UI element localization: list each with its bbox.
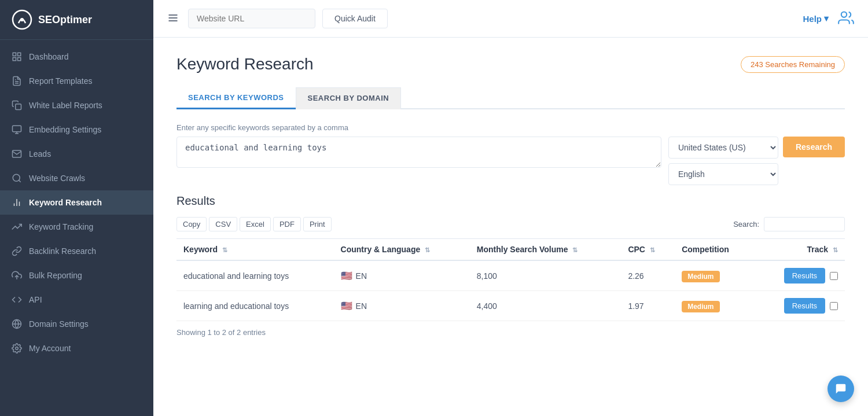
app-name: SEOptimer [38,14,92,26]
users-button[interactable] [836,8,856,30]
page-content: Keyword Research 243 Searches Remaining … [153,38,868,416]
svg-point-20 [16,347,19,350]
sidebar-item-website-crawls[interactable]: Website Crawls [0,166,153,190]
chat-bubble-button[interactable] [827,375,854,402]
sidebar-item-label: Report Templates [29,76,92,86]
top-controls: United States (US) United Kingdom (GB) C… [668,137,845,159]
chat-icon [834,382,847,395]
col-cpc: CPC ⇅ [621,239,675,261]
tab-search-by-domain[interactable]: SEARCH BY DOMAIN [296,87,402,109]
sidebar-item-keyword-tracking[interactable]: Keyword Tracking [0,215,153,239]
results-button-1[interactable]: Results [784,268,825,284]
cell-track-2: Results [755,291,845,321]
sidebar: SEOptimer Dashboard Report Templates Whi… [0,0,153,416]
research-button[interactable]: Research [783,137,845,157]
sort-icon-track: ⇅ [833,246,838,253]
sidebar-item-white-label[interactable]: White Label Reports [0,93,153,117]
sidebar-item-dashboard[interactable]: Dashboard [0,45,153,69]
sort-icon-cpc: ⇅ [650,246,655,253]
sidebar-item-leads[interactable]: Leads [0,142,153,166]
sidebar-item-label: My Account [29,344,71,353]
track-checkbox-1[interactable] [830,272,838,280]
table-search-label: Search: [733,220,759,229]
svg-point-12 [13,174,20,181]
sidebar-item-my-account[interactable]: My Account [0,336,153,360]
sidebar-item-domain-settings[interactable]: Domain Settings [0,312,153,336]
cell-competition-1: Medium [675,260,755,291]
language-select[interactable]: English Spanish French German [668,163,778,185]
bar-chart-icon [12,197,22,208]
excel-button[interactable]: Excel [240,217,271,231]
cell-competition-2: Medium [675,291,755,321]
cell-country-2: 🇺🇸 EN [334,291,470,321]
sidebar-item-bulk-reporting[interactable]: Bulk Reporting [0,263,153,288]
page-header: Keyword Research 243 Searches Remaining [176,55,845,73]
country-select[interactable]: United States (US) United Kingdom (GB) C… [668,137,778,159]
app-logo: SEOptimer [0,0,153,40]
track-checkbox-2[interactable] [830,302,838,310]
copy-button[interactable]: Copy [176,217,207,231]
link-icon [12,246,22,256]
sidebar-item-keyword-research[interactable]: Keyword Research [0,190,153,215]
tab-bar: SEARCH BY KEYWORDS SEARCH BY DOMAIN [176,87,845,109]
results-button-2[interactable]: Results [784,298,825,314]
sidebar-item-label: Domain Settings [29,319,89,329]
sidebar-nav: Dashboard Report Templates White Label R… [0,40,153,416]
competition-badge-2: Medium [682,301,719,312]
print-button[interactable]: Print [303,217,332,231]
showing-text: Showing 1 to 2 of 2 entries [176,328,845,337]
form-hint: Enter any specific keywords separated by… [176,123,845,132]
sidebar-item-label: Backlink Research [29,246,96,256]
cell-keyword-2: learning and educational toys [176,291,334,321]
cell-volume-1: 8,100 [470,260,621,291]
cell-track-1: Results [755,260,845,291]
sidebar-item-label: Embedding Settings [29,125,101,134]
url-input[interactable] [188,9,315,28]
trending-up-icon [12,222,22,232]
grid-icon [12,51,22,62]
sidebar-item-backlink-research[interactable]: Backlink Research [0,239,153,263]
tab-search-by-keywords[interactable]: SEARCH BY KEYWORDS [176,87,296,109]
sidebar-item-label: Bulk Reporting [29,271,82,280]
cell-cpc-1: 2.26 [621,260,675,291]
pdf-button[interactable]: PDF [273,217,301,231]
csv-button[interactable]: CSV [209,217,237,231]
table-search-row: Search: [733,217,845,231]
sort-icon-monthly: ⇅ [572,246,578,253]
header: Quick Audit Help ▾ [153,0,868,38]
table-search-input[interactable] [764,217,845,231]
col-country-language: Country & Language ⇅ [334,239,470,261]
sidebar-item-label: Leads [29,149,51,159]
sidebar-item-label: Dashboard [29,52,69,61]
results-title: Results [176,194,845,208]
svg-point-1 [20,18,24,21]
svg-rect-9 [13,126,21,132]
flag-icon-2: 🇺🇸 [341,300,352,311]
hamburger-button[interactable] [165,10,181,28]
col-competition: Competition [675,239,755,261]
sidebar-item-api[interactable]: API [0,288,153,312]
page-title: Keyword Research [176,55,314,73]
main-content: Quick Audit Help ▾ Keyword Research 243 … [153,0,868,416]
flag-icon-1: 🇺🇸 [341,270,352,281]
col-monthly-search: Monthly Search Volume ⇅ [470,239,621,261]
sidebar-item-report-templates[interactable]: Report Templates [0,69,153,93]
sort-icon-country: ⇅ [425,246,430,253]
sidebar-item-label: White Label Reports [29,101,102,110]
sidebar-item-embedding[interactable]: Embedding Settings [0,117,153,142]
table-actions: Copy CSV Excel PDF Print Search: [176,217,845,231]
quick-audit-button[interactable]: Quick Audit [322,9,388,28]
keyword-input[interactable]: educational and learning toys [176,137,661,168]
table-row: learning and educational toys 🇺🇸 EN 4,40… [176,291,845,321]
help-button[interactable]: Help ▾ [803,13,829,24]
users-icon [838,10,854,26]
svg-rect-5 [18,58,21,61]
svg-rect-3 [18,53,21,56]
sidebar-item-label: Keyword Research [29,198,102,207]
cell-country-1: 🇺🇸 EN [334,260,470,291]
search-icon [12,173,22,183]
hamburger-icon [167,12,179,24]
upload-icon [12,270,22,281]
cell-cpc-2: 1.97 [621,291,675,321]
mail-icon [12,149,22,159]
